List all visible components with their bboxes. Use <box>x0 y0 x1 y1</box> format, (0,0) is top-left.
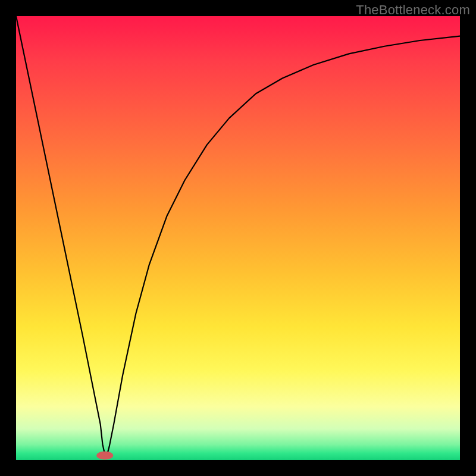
watermark-text: TheBottleneck.com <box>356 2 470 18</box>
chart-frame: TheBottleneck.com <box>0 0 476 476</box>
plot-area <box>16 16 460 460</box>
bottleneck-curve <box>16 16 460 455</box>
chart-svg <box>16 16 460 460</box>
minimum-marker <box>96 452 113 460</box>
